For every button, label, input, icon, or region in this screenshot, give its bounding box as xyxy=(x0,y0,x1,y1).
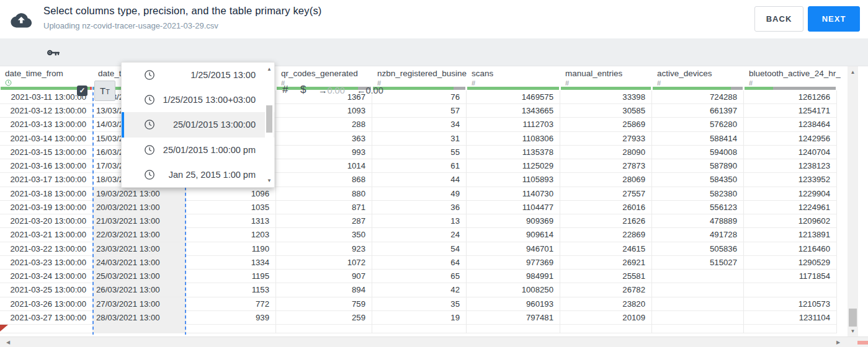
column-header-scans[interactable]: scans# xyxy=(467,66,560,87)
table-cell: 1195 xyxy=(186,270,276,283)
quality-bar xyxy=(745,87,836,90)
quality-bar xyxy=(467,87,559,90)
table-cell: 587890 xyxy=(652,159,744,173)
table-cell xyxy=(372,325,467,333)
table-cell: 30585 xyxy=(560,104,652,118)
table-cell: 42 xyxy=(372,283,467,297)
vertical-scrollbar[interactable]: ▲ ▼ xyxy=(848,66,858,336)
table-cell: 26/03/2021 13:00 xyxy=(93,283,186,297)
table-cell: 35 xyxy=(372,297,467,311)
column-type-indicator: # xyxy=(749,79,753,87)
table-cell: 907 xyxy=(276,270,372,283)
table-cell: 26016 xyxy=(560,201,652,214)
column-header-date_time_from[interactable]: date_time_from xyxy=(0,66,93,87)
table-cell: 24 xyxy=(372,228,467,242)
table-cell: 20109 xyxy=(560,311,652,325)
date-format-option[interactable]: 25/01/2015 13:00:00 xyxy=(122,112,274,137)
table-cell: 1469575 xyxy=(467,90,560,104)
table-cell: 588414 xyxy=(652,132,744,146)
table-cell xyxy=(467,325,560,333)
column-header-manual_entries[interactable]: manual_entries# xyxy=(560,66,652,87)
table-cell xyxy=(652,311,744,325)
decrease-decimal-button[interactable]: ←0.00 xyxy=(357,86,383,95)
table-cell: 556123 xyxy=(652,201,744,214)
table-cell: 2021-03-14 13:00:00 xyxy=(0,132,93,146)
dropdown-scrollbar[interactable]: ▲ ▼ xyxy=(265,63,274,187)
table-cell: 1135378 xyxy=(467,146,560,159)
table-cell: 13 xyxy=(372,214,467,228)
table-cell: 797481 xyxy=(467,311,560,325)
date-format-option[interactable]: 25/01/2015 1:00:00 pm xyxy=(122,138,274,162)
back-button[interactable]: BACK xyxy=(754,6,803,32)
scroll-down-icon[interactable]: ▼ xyxy=(848,328,858,334)
table-row: 2021-03-26 13:00:0027/03/2021 13:0077275… xyxy=(0,297,837,311)
table-cell: 871 xyxy=(276,201,372,214)
table-cell: 515027 xyxy=(652,256,744,270)
column-name: qr_codes_generated xyxy=(281,69,358,78)
table-cell: 1140730 xyxy=(467,187,560,201)
table-cell: 19 xyxy=(372,311,467,325)
table-cell: 34 xyxy=(372,118,467,131)
table-cell: 1035 xyxy=(186,201,276,214)
date-format-option-label: Jan 25, 2015 1:00 pm xyxy=(169,170,256,180)
scroll-right-icon[interactable]: ▶ xyxy=(836,340,840,345)
column-name: active_devices xyxy=(657,69,712,78)
horizontal-scrollbar[interactable]: ◀ ▶ xyxy=(0,336,868,347)
table-cell: 894 xyxy=(276,283,372,297)
scroll-left-icon[interactable]: ◀ xyxy=(6,340,10,345)
table-cell xyxy=(652,297,744,311)
table-cell: 28069 xyxy=(560,173,652,187)
datetime-type-icon xyxy=(5,79,12,86)
clock-icon xyxy=(144,94,155,105)
table-cell: 1096 xyxy=(186,187,276,201)
table-cell: 28090 xyxy=(560,146,652,159)
table-cell: 1213891 xyxy=(744,228,837,242)
table-cell: 1153 xyxy=(186,283,276,297)
column-header-qr_codes_generated[interactable]: qr_codes_generated# xyxy=(276,66,372,87)
selected-column-left-border xyxy=(92,87,94,335)
scroll-down-icon[interactable]: ▼ xyxy=(265,178,274,183)
page-header: Select columns type, precision, and the … xyxy=(0,0,868,38)
table-cell: 984991 xyxy=(467,270,560,283)
table-cell xyxy=(186,325,276,333)
vertical-scrollbar-thumb[interactable] xyxy=(849,309,857,327)
scroll-up-icon[interactable]: ▲ xyxy=(848,69,858,75)
date-format-option[interactable]: 1/25/2015 13:00+03:00 xyxy=(122,87,274,112)
scroll-up-icon[interactable]: ▲ xyxy=(265,66,274,72)
include-column-checkbox[interactable]: ✓ xyxy=(77,86,87,96)
table-cell: 57 xyxy=(372,104,467,118)
table-cell: 1203 xyxy=(186,228,276,242)
table-cell: 21/03/2021 13:00 xyxy=(93,214,186,228)
table-cell xyxy=(652,283,744,297)
table-cell: 1104477 xyxy=(467,201,560,214)
table-cell: 21626 xyxy=(560,214,652,228)
column-header-active_devices[interactable]: active_devices# xyxy=(652,66,744,87)
table-cell: 2021-03-26 13:00:00 xyxy=(0,297,93,311)
date-format-option[interactable]: 1/25/2015 13:00 xyxy=(122,63,274,87)
table-cell: 31 xyxy=(372,132,467,146)
primary-key-icon[interactable] xyxy=(46,45,61,60)
table-cell: 1334 xyxy=(186,256,276,270)
column-header-bluetooth_active_24_hr_[interactable]: bluetooth_active_24_hr_# xyxy=(744,66,837,87)
table-cell: 27933 xyxy=(560,132,652,146)
increase-decimal-button[interactable]: →0.00 xyxy=(318,86,345,95)
currency-type-button[interactable]: $ xyxy=(300,84,306,96)
date-format-option[interactable]: Jan 25, 2015 1:00 pm xyxy=(122,162,274,187)
column-header-nzbn_registered_busine[interactable]: nzbn_registered_busine# xyxy=(372,66,467,87)
table-cell: 1261266 xyxy=(744,90,837,104)
table-row: 2021-03-23 13:00:0024/03/2021 13:0013341… xyxy=(0,256,837,270)
table-cell: 1112703 xyxy=(467,118,560,131)
table-cell: 946701 xyxy=(467,242,560,256)
number-type-button[interactable]: # xyxy=(282,84,288,96)
table-row: 2021-03-22 13:00:0023/03/2021 13:0011909… xyxy=(0,242,837,256)
table-cell: 1072 xyxy=(276,256,372,270)
date-format-option-label: 25/01/2015 1:00:00 pm xyxy=(163,145,256,155)
table-cell: 478889 xyxy=(652,214,744,228)
dropdown-scrollbar-thumb[interactable] xyxy=(266,105,272,133)
table-cell: 287 xyxy=(276,214,372,228)
text-type-button[interactable]: Tt xyxy=(94,81,115,101)
table-cell: 19/03/2021 13:00 xyxy=(93,187,186,201)
table-cell: 1238464 xyxy=(744,118,837,131)
table-cell: 1343665 xyxy=(467,104,560,118)
next-button[interactable]: NEXT xyxy=(808,6,860,32)
